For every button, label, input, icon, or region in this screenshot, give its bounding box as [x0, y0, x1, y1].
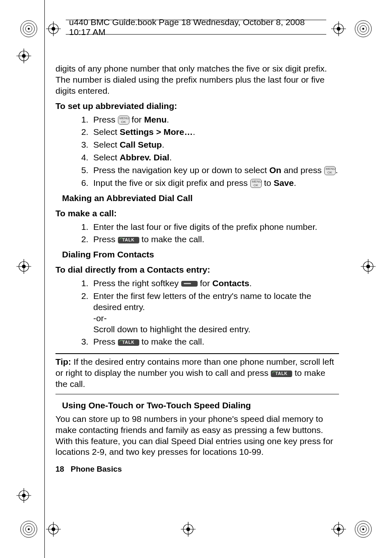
heading-tomake: To make a call:: [55, 208, 339, 219]
heading-todial: To dial directly from a Contacts entry:: [55, 264, 339, 276]
step-setup-2: Select Settings > More….: [91, 127, 339, 138]
registration-mark-right-mid: [361, 259, 376, 276]
crop-line-left: [44, 0, 45, 558]
step-setup-1: Press MENU OK for Menu.: [91, 114, 339, 125]
section-title: Phone Basics: [71, 465, 122, 473]
step-dial-1: Press the right softkey for Contacts.: [91, 278, 339, 289]
tip-paragraph: Tip: If the desired entry contains more …: [55, 357, 339, 390]
registration-mark-header-right: [331, 21, 346, 36]
heading-contacts: Dialing From Contacts: [62, 249, 339, 260]
speed-paragraph: You can store up to 98 numbers in your p…: [55, 414, 339, 458]
step-dial-3: Press TALK to make the call.: [91, 336, 339, 347]
svg-point-27: [22, 265, 25, 268]
intro-paragraph: digits of any phone number that only mat…: [55, 63, 339, 97]
svg-point-43: [52, 528, 55, 531]
talk-key-icon: TALK: [118, 237, 139, 243]
svg-point-19: [52, 27, 55, 30]
page-body: digits of any phone number that only mat…: [55, 62, 339, 462]
tip-rule-bottom: [55, 394, 339, 394]
registration-mark-left-mid: [16, 259, 31, 276]
cropmark-top-right: [354, 20, 372, 38]
svg-point-23: [337, 27, 340, 30]
step-setup-4: Select Abbrev. Dial.: [91, 152, 339, 163]
step-setup-6: Input the five or six digit prefix and p…: [91, 178, 339, 189]
registration-mark-footer-left: [46, 522, 61, 537]
header-text: u440 BMC Guide.book Page 18 Wednesday, O…: [69, 17, 323, 37]
svg-point-15: [362, 528, 364, 530]
cropmark-bottom-right: [354, 520, 372, 538]
heading-making: Making an Abbreviated Dial Call: [62, 193, 339, 204]
cropmark-top-left: [20, 20, 38, 38]
menu-ok-key-icon: MENU OK: [324, 166, 336, 175]
registration-mark-left-bottom: [16, 488, 31, 505]
step-make-2: Press TALK to make the call.: [91, 234, 339, 245]
svg-point-51: [337, 528, 340, 531]
step-dial-2: Enter the first few letters of the entry…: [91, 291, 339, 335]
heading-speed: Using One-Touch or Two-Touch Speed Diali…: [62, 400, 339, 411]
registration-mark-footer-right: [331, 522, 346, 537]
heading-setup: To set up abbreviated dialing:: [55, 101, 339, 112]
step-setup-5: Press the navigation key up or down to s…: [91, 165, 339, 176]
svg-point-39: [22, 494, 25, 497]
tip-rule-top: [55, 353, 339, 354]
menu-ok-key-icon: MENU OK: [250, 179, 262, 188]
menu-ok-key-icon: MENU OK: [118, 116, 129, 125]
svg-point-7: [362, 28, 364, 30]
page-header: u440 BMC Guide.book Page 18 Wednesday, O…: [66, 20, 326, 35]
talk-key-icon: TALK: [118, 339, 139, 346]
steps-setup: Press MENU OK for Menu. Select Settings …: [77, 114, 339, 189]
svg-point-31: [367, 265, 370, 268]
cropmark-bottom-left: [20, 520, 38, 538]
page-number: 18: [55, 465, 64, 473]
steps-make: Enter the last four or five digits of th…: [77, 222, 339, 245]
registration-mark-left-top: [16, 49, 31, 65]
talk-key-icon: TALK: [271, 370, 292, 377]
svg-point-35: [22, 54, 25, 58]
page-footer: 18 Phone Basics: [55, 465, 122, 474]
svg-point-3: [28, 28, 30, 30]
right-softkey-icon: [181, 281, 198, 287]
registration-mark-footer-mid: [181, 522, 196, 537]
step-make-1: Enter the last four or five digits of th…: [91, 222, 339, 233]
steps-dial: Press the right softkey for Contacts. En…: [77, 278, 339, 347]
svg-point-47: [187, 528, 190, 531]
registration-mark-header-left: [46, 21, 61, 36]
step-setup-3: Select Call Setup.: [91, 139, 339, 150]
svg-point-11: [28, 528, 30, 530]
